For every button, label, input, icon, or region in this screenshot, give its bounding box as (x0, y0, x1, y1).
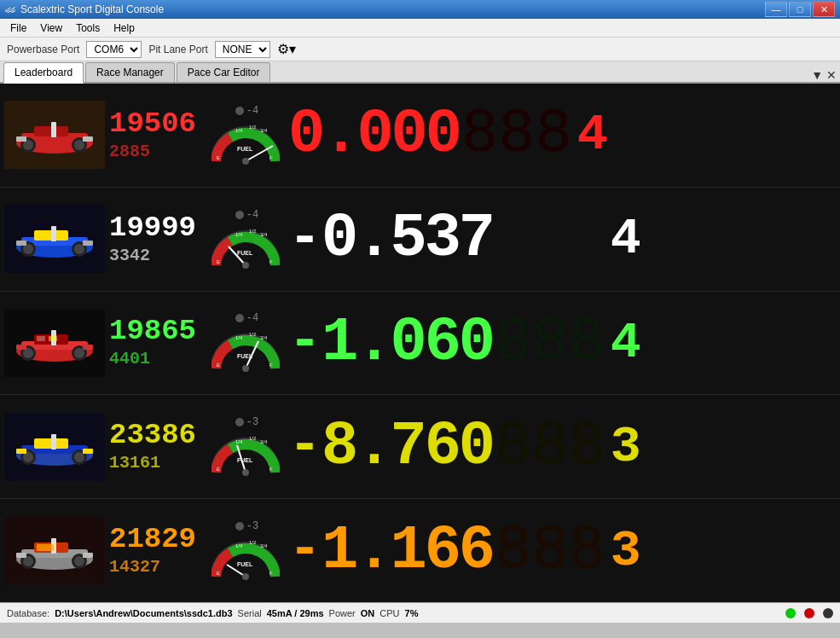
dot-indicator-4 (235, 418, 244, 426)
svg-point-71 (242, 469, 249, 476)
table-row: 19999 3342 -4 E F 1/4 1/2 3/4 FUEL (0, 188, 840, 292)
svg-rect-47 (16, 345, 26, 350)
db-label: Database: (7, 608, 49, 618)
big-time-1: 0.000 (288, 104, 460, 165)
left-data-5: 21829 14327 (109, 525, 203, 577)
tab-pace-car-editor[interactable]: Pace Car Editor (177, 62, 271, 82)
svg-rect-29 (83, 241, 93, 246)
svg-point-52 (242, 365, 249, 372)
tab-close-icon[interactable]: ✕ (826, 68, 837, 82)
svg-text:FUEL: FUEL (237, 250, 253, 256)
svg-rect-28 (16, 241, 26, 246)
car-image-3 (0, 307, 109, 379)
tab-dropdown-icon[interactable]: ▼ (811, 68, 823, 82)
close-button[interactable]: ✕ (813, 2, 835, 17)
left-data-4: 23386 13161 (109, 420, 203, 473)
right-display-1: 0.000 888 4 (288, 100, 840, 170)
menu-view[interactable]: View (33, 20, 69, 36)
svg-point-7 (74, 140, 84, 150)
svg-point-31 (242, 262, 249, 269)
main-time-1: 19506 (109, 109, 203, 138)
right-display-4: - 8.760 888 3 (288, 412, 840, 482)
svg-text:1/2: 1/2 (249, 332, 257, 337)
svg-text:E: E (217, 155, 220, 160)
main-time-4: 23386 (109, 420, 203, 450)
gauge-area-1: -4 E F 1/4 1/2 3/4 FUEL (203, 105, 288, 165)
tab-race-manager[interactable]: Race Manager (85, 62, 175, 82)
svg-text:1/4: 1/4 (235, 439, 243, 444)
sub-time-3: 4401 (109, 349, 203, 368)
right-display-5: - 1.166 888 3 (288, 516, 840, 586)
lap-offset-3: -4 (246, 312, 258, 324)
tab-leaderboard[interactable]: Leaderboard (3, 62, 84, 84)
minimize-button[interactable]: — (765, 2, 787, 17)
main-content: 19506 2885 -4 E F 1/4 (0, 84, 840, 602)
powerbase-label: Powerbase Port (7, 44, 79, 55)
serial-value: 45mA / 29ms (267, 608, 324, 618)
maximize-button[interactable]: □ (789, 2, 811, 17)
svg-rect-27 (51, 226, 56, 241)
sub-time-4: 13161 (109, 453, 203, 473)
gear-icon[interactable]: ⚙▾ (277, 41, 296, 57)
car-image-5 (0, 515, 109, 587)
power-label: Power (329, 608, 356, 618)
big-lap-3: 4 (611, 314, 641, 372)
powerbase-port-select[interactable]: COM6 (86, 41, 142, 58)
svg-text:FUEL: FUEL (237, 561, 253, 567)
menu-tools[interactable]: Tools (69, 20, 107, 36)
big-time-3: 1.060 (322, 312, 493, 374)
menu-help[interactable]: Help (107, 20, 142, 36)
big-lap-separator-1: 888 (461, 100, 572, 170)
window-icon: 🏎 (5, 3, 15, 15)
svg-point-85 (74, 556, 84, 566)
big-lap-5: 3 (611, 522, 641, 580)
left-data-1: 19506 2885 (109, 109, 203, 161)
big-lap-sep-3: 888 (495, 308, 605, 378)
led-red (804, 608, 814, 618)
svg-text:1/4: 1/4 (235, 335, 243, 340)
fuel-gauge-5: E F 1/4 1/2 3/4 FUEL (211, 534, 280, 581)
status-bar: Database: D:\Users\Andrew\Documents\ssdc… (0, 602, 840, 623)
svg-point-45 (74, 348, 84, 358)
svg-text:E: E (217, 259, 220, 264)
power-value: ON (361, 608, 375, 618)
svg-text:E: E (217, 362, 220, 368)
gauge-area-4: -3 E F 1/4 1/2 3/4 FUEL (203, 416, 288, 477)
svg-rect-9 (16, 136, 26, 142)
svg-text:1/4: 1/4 (235, 232, 243, 237)
big-time-sign-3: - (288, 315, 322, 370)
svg-text:F: F (269, 155, 273, 160)
table-row: 23386 13161 -3 E F 1/4 1/2 3/4 FUEL (0, 395, 840, 499)
serial-label: Serial (238, 608, 262, 618)
fuel-gauge-1: E F 1/4 1/2 3/4 FUEL (211, 119, 280, 165)
svg-rect-10 (83, 136, 93, 142)
car-image-2 (0, 203, 109, 275)
big-lap-sep-4: 888 (495, 412, 605, 482)
svg-text:F: F (269, 467, 273, 472)
svg-text:1/2: 1/2 (249, 540, 257, 545)
big-time-sign-5: - (288, 523, 322, 578)
lap-offset-1: -4 (246, 105, 258, 117)
dot-indicator-5 (235, 522, 244, 531)
svg-point-66 (74, 452, 84, 462)
svg-text:3/4: 3/4 (260, 439, 268, 444)
svg-text:1/4: 1/4 (235, 543, 243, 548)
svg-rect-67 (51, 434, 56, 450)
svg-text:3/4: 3/4 (260, 128, 268, 133)
big-lap-1: 4 (577, 106, 608, 164)
svg-point-26 (74, 244, 84, 254)
big-lap-sep-2: 888 (495, 204, 605, 274)
svg-text:E: E (217, 571, 220, 576)
led-green (785, 608, 796, 618)
svg-text:F: F (269, 571, 273, 576)
fuel-gauge-4: E F 1/4 1/2 3/4 FUEL (211, 430, 280, 477)
svg-text:1/2: 1/2 (249, 436, 257, 441)
menu-bar: File View Tools Help (0, 19, 840, 38)
sub-time-5: 14327 (109, 557, 203, 577)
big-time-2: 0.537 (322, 208, 493, 270)
svg-text:3/4: 3/4 (260, 335, 268, 340)
menu-file[interactable]: File (3, 20, 33, 36)
pitlane-port-select[interactable]: NONE (215, 41, 270, 58)
left-data-2: 19999 3342 (109, 213, 203, 265)
gauge-area-2: -4 E F 1/4 1/2 3/4 FUEL (203, 209, 288, 270)
